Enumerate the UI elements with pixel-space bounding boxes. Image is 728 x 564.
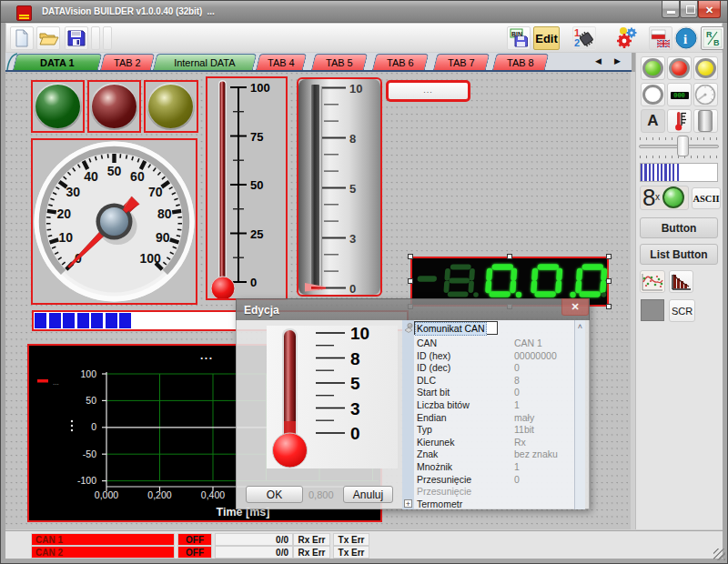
svg-text:5: 5	[350, 374, 360, 393]
svg-text:5: 5	[349, 182, 356, 196]
svg-text:-50: -50	[83, 448, 96, 459]
svg-text:50: 50	[86, 395, 96, 406]
svg-text:0: 0	[350, 424, 360, 443]
svg-text:40: 40	[84, 169, 98, 184]
svg-text:100: 100	[80, 368, 96, 379]
svg-text:0,000: 0,000	[95, 489, 118, 500]
svg-text:0,400: 0,400	[201, 489, 225, 500]
svg-text:0: 0	[349, 282, 356, 296]
svg-text:10: 10	[349, 82, 362, 96]
svg-text:90: 90	[156, 230, 170, 245]
svg-text:10: 10	[58, 230, 73, 245]
svg-text:i: i	[683, 32, 687, 46]
svg-text:50: 50	[107, 164, 122, 178]
svg-text:0: 0	[91, 421, 96, 432]
svg-text:R: R	[706, 30, 713, 39]
svg-text:0,200: 0,200	[147, 489, 171, 500]
svg-text:30: 30	[66, 185, 80, 199]
svg-text:8: 8	[349, 132, 356, 146]
svg-text:8: 8	[350, 349, 360, 368]
svg-text:100: 100	[250, 81, 270, 95]
svg-text:0: 0	[250, 276, 257, 289]
svg-text:100: 100	[139, 251, 161, 266]
svg-text:3: 3	[349, 232, 356, 246]
svg-text:80: 80	[157, 206, 172, 221]
svg-text:2: 2	[574, 37, 580, 48]
svg-text:-100: -100	[77, 475, 96, 486]
svg-text:3: 3	[350, 399, 360, 418]
svg-text:...: ...	[53, 378, 59, 387]
svg-text:...: ...	[200, 349, 214, 362]
svg-text:B: B	[713, 38, 720, 47]
svg-text:10: 10	[350, 326, 369, 343]
svg-text:75: 75	[250, 130, 263, 144]
svg-text:20: 20	[56, 206, 71, 221]
svg-text:70: 70	[148, 185, 163, 199]
svg-text:60: 60	[130, 169, 145, 184]
svg-text:25: 25	[250, 227, 263, 241]
svg-text:50: 50	[250, 178, 263, 192]
